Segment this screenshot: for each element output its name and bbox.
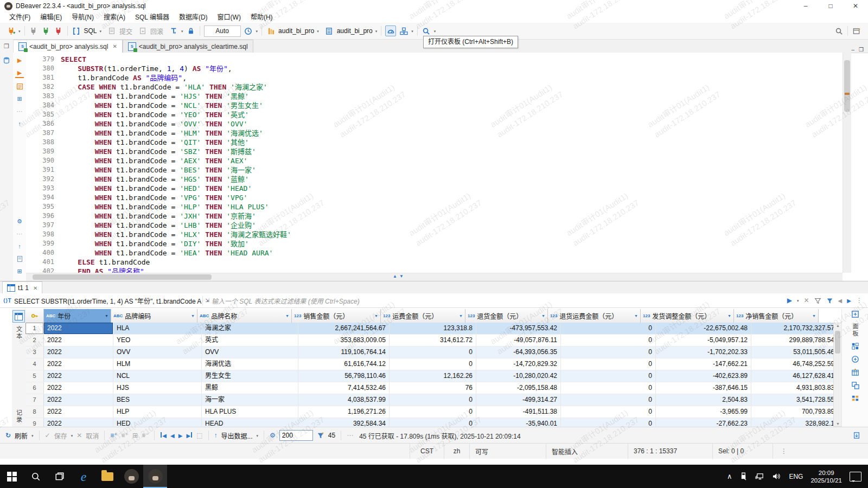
tray-chevron-icon[interactable]: ∧ [727,472,732,480]
grid-cell[interactable]: 0 [561,335,656,346]
grid-cell[interactable]: 46,748,252.59 [751,358,838,370]
grid-cell[interactable]: -387,646.15 [656,382,751,394]
grid-view-tab[interactable] [12,310,25,323]
grid-cell[interactable]: 12,162.26 [390,370,476,382]
grid-cell[interactable]: 2022 [44,323,113,334]
grid-cell[interactable]: 0 [390,346,476,358]
filter-query-text[interactable]: SELECT SUBSTR(t1.orderTime, 1, 4) AS "年份… [14,296,203,305]
export-script-icon[interactable]: ↑ [15,119,24,128]
grid-cell[interactable]: 3,541,728.55 [751,394,838,406]
minimize-panel-icon[interactable]: – [851,47,854,53]
filter-input[interactable]: 输入一个 SQL 表达式来过滤结果 (使用 Ctrl+Space) [212,296,782,305]
schema-selector[interactable]: audit_bi_pro [337,27,373,35]
editor-vertical-scrollbar[interactable] [843,53,851,273]
column-header[interactable]: 123销售金额（元）▼ [292,309,381,323]
grid-cell[interactable]: 4,038,537.99 [298,394,390,406]
edit-filter-icon[interactable] [814,297,821,304]
filter-menu-icon[interactable]: ⋮ [856,297,863,304]
history-forward-icon[interactable]: ▶ [847,298,851,304]
caret-position-indicator[interactable]: 376 : 1 : 15337 [628,444,712,459]
sort-caret-icon[interactable]: ▼ [812,314,816,318]
commit-mode-select[interactable]: Auto [204,25,241,37]
grid-cell[interactable]: 2022 [44,382,113,394]
row-number[interactable]: 3 [25,346,44,358]
scrollbar-thumb[interactable] [835,331,840,354]
maximize-results-icon[interactable] [851,310,859,318]
sort-caret-icon[interactable]: ▼ [105,314,108,318]
text-view-tab[interactable]: 文本 [15,326,23,340]
grid-cell[interactable]: 2,170,732,327.57 [751,323,838,334]
editor-settings-gear-icon[interactable]: ⚙ [15,217,24,226]
grid-cell[interactable]: 0 [561,323,656,334]
grid-cell[interactable]: 46,127,628.41 [751,370,838,382]
menu-item[interactable]: SQL 编辑器 [130,12,174,23]
grid-cell[interactable]: 0 [561,406,656,418]
connect-icon[interactable] [29,26,39,36]
value-viewer-icon[interactable] [851,355,859,363]
grid-cell[interactable]: -10,280,020.42 [476,370,561,382]
grid-cell[interactable]: 7,414,532.46 [298,382,390,394]
grid-cell[interactable]: 314,612.72 [390,335,476,346]
editor-results-sash[interactable]: ▲ ▼ [393,274,404,279]
sort-caret-icon[interactable]: ▼ [374,314,378,318]
explain-plan-icon[interactable] [15,82,24,91]
commit-button[interactable]: 提交 [119,27,132,36]
execute-script-icon[interactable]: ▶ [15,68,24,78]
sash-collapse-down-icon[interactable]: ▼ [399,274,404,279]
history-back-icon[interactable]: ◀ [838,298,843,304]
grid-cell[interactable]: HLA PLUS [202,406,298,418]
grid-cell[interactable]: 53,011,505.46 [751,346,838,358]
filter-history-caret-icon[interactable]: ▾ [797,299,799,303]
statusbar-menu-icon[interactable]: ⋮ [773,444,795,459]
results-tab-t1[interactable]: t1 1 ✕ [2,281,42,294]
refresh-caret-icon[interactable]: ▾ [31,434,34,438]
row-number[interactable]: 5 [25,370,44,382]
save-button[interactable]: 保存 [54,431,67,440]
execute-statement-icon[interactable]: ▶ [15,56,24,65]
search-everywhere-icon[interactable] [834,26,844,36]
maximize-panel-icon[interactable]: ❐ [859,47,864,53]
metadata-panel-icon[interactable] [851,342,859,350]
editor-tab-analysis-cleartime[interactable]: S <audit_bi_pro> analysis_cleartime.sql [123,40,253,53]
first-page-icon[interactable]: ◀ [160,432,167,439]
overflow-icon[interactable]: ⋯ [347,432,353,439]
grid-corner-cell[interactable] [25,309,44,323]
grid-cell[interactable]: 61,616,744.12 [298,358,390,370]
sort-caret-icon[interactable]: ▼ [727,314,731,318]
database-caret-icon[interactable]: ▾ [317,29,319,33]
grid-cell[interactable]: -5,049,957.12 [656,335,751,346]
grid-cell[interactable]: -402,623.89 [656,370,751,382]
grid-cell[interactable]: 2022 [44,406,113,418]
add-row-icon[interactable]: ≡⁺ [110,432,117,439]
database-navigator-icon[interactable] [2,56,11,65]
aggregate-panel-icon[interactable] [851,381,859,389]
grid-cell[interactable]: 123,318.8 [390,323,476,334]
grid-cell[interactable]: HLA [113,323,202,334]
tray-volume-icon[interactable] [772,472,781,480]
reconnect-icon[interactable] [41,26,51,36]
menu-item[interactable]: 编辑(E) [35,12,67,23]
minimize-button[interactable]: – [793,0,818,12]
disconnect-icon[interactable] [54,26,63,36]
column-header[interactable]: 123净销售金额（元）▼ [734,309,819,323]
grid-small-icon[interactable]: ⊞ [15,267,24,275]
row-number[interactable]: 2 [25,335,44,346]
export-caret-icon[interactable]: ▾ [257,434,259,438]
next-page-icon[interactable]: ▶ [178,433,183,439]
grid-cell[interactable]: HJS [113,382,202,394]
grid-cell[interactable]: 黑鲸 [202,382,298,394]
rollback-button[interactable]: 回滚 [150,27,163,36]
grid-cell[interactable]: OVV [202,346,298,358]
scrollbar-thumb[interactable] [33,274,212,280]
last-page-icon[interactable]: ▶ [186,432,193,439]
row-number[interactable]: 4 [25,358,44,370]
grid-cell[interactable]: 56,798,110.46 [298,370,390,382]
search-icon[interactable] [422,26,431,36]
scroll-down-icon[interactable]: ▼ [834,422,842,426]
search-caret-icon[interactable]: ▾ [434,29,436,33]
sort-caret-icon[interactable]: ▼ [634,314,638,318]
grid-cell[interactable]: -14,720,829.32 [476,358,561,370]
grid-cell[interactable]: -1,702,202.33 [656,346,751,358]
previous-page-icon[interactable]: ◀ [170,433,175,439]
delete-row-icon[interactable]: ≡⁻ [142,432,149,439]
